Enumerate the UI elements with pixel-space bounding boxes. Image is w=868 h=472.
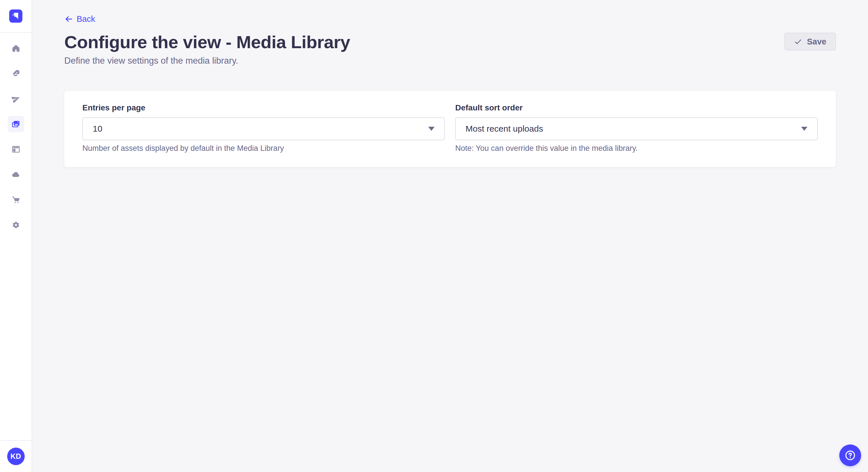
entries-per-page-value: 10	[93, 124, 102, 134]
sidebar-item-home[interactable]	[8, 40, 24, 57]
media-library-icon	[11, 120, 20, 129]
field-entries-per-page: Entries per page 10 Number of assets dis…	[82, 103, 445, 153]
save-button[interactable]: Save	[784, 33, 836, 50]
cloud-icon	[11, 170, 20, 179]
sidebar-item-releases[interactable]	[8, 91, 24, 107]
save-label: Save	[807, 37, 826, 46]
layout-panels-icon	[11, 145, 20, 154]
sidebar-item-settings[interactable]	[8, 217, 24, 233]
back-link[interactable]: Back	[64, 14, 95, 24]
entries-per-page-label: Entries per page	[82, 103, 445, 112]
logo-container	[0, 0, 32, 33]
avatar[interactable]: KD	[7, 448, 25, 465]
chevron-down-icon	[428, 127, 435, 131]
shopping-cart-icon	[11, 195, 20, 204]
chevron-down-icon	[801, 127, 807, 131]
view-settings-card: Entries per page 10 Number of assets dis…	[64, 91, 836, 167]
sidebar-item-marketplace[interactable]	[8, 192, 24, 208]
entries-per-page-select[interactable]: 10	[82, 117, 445, 140]
back-label: Back	[76, 14, 95, 24]
paper-plane-icon	[11, 94, 20, 103]
avatar-initials: KD	[10, 452, 21, 461]
sidebar: KD	[0, 0, 32, 472]
feather-content-icon	[11, 69, 20, 78]
page-header-text: Configure the view - Media Library Defin…	[64, 32, 350, 66]
app-root: KD Back Configure the view - Media Libra…	[0, 0, 868, 472]
sidebar-nav	[0, 33, 32, 233]
arrow-left-icon	[64, 14, 73, 24]
default-sort-order-select[interactable]: Most recent uploads	[455, 117, 818, 140]
home-icon	[11, 44, 20, 53]
entries-per-page-hint: Number of assets displayed by default in…	[82, 144, 445, 153]
default-sort-order-label: Default sort order	[455, 103, 818, 112]
main-content: Back Configure the view - Media Library …	[32, 0, 868, 472]
check-icon	[794, 38, 802, 46]
field-default-sort-order: Default sort order Most recent uploads N…	[455, 103, 818, 153]
page-subtitle: Define the view settings of the media li…	[64, 56, 350, 66]
page-header: Configure the view - Media Library Defin…	[64, 32, 836, 66]
help-question-icon	[844, 449, 857, 462]
sidebar-item-media-library[interactable]	[8, 116, 24, 132]
sidebar-footer: KD	[0, 440, 32, 472]
help-button[interactable]	[839, 444, 861, 466]
default-sort-order-hint: Note: You can override this value in the…	[455, 144, 818, 153]
strapi-logo-icon[interactable]	[9, 9, 22, 23]
sidebar-item-content-builder[interactable]	[8, 65, 24, 82]
sidebar-item-cloud[interactable]	[8, 166, 24, 183]
default-sort-order-value: Most recent uploads	[466, 124, 543, 134]
settings-gear-icon	[11, 221, 20, 229]
sidebar-item-content-manager[interactable]	[8, 141, 24, 158]
page-title: Configure the view - Media Library	[64, 32, 350, 52]
